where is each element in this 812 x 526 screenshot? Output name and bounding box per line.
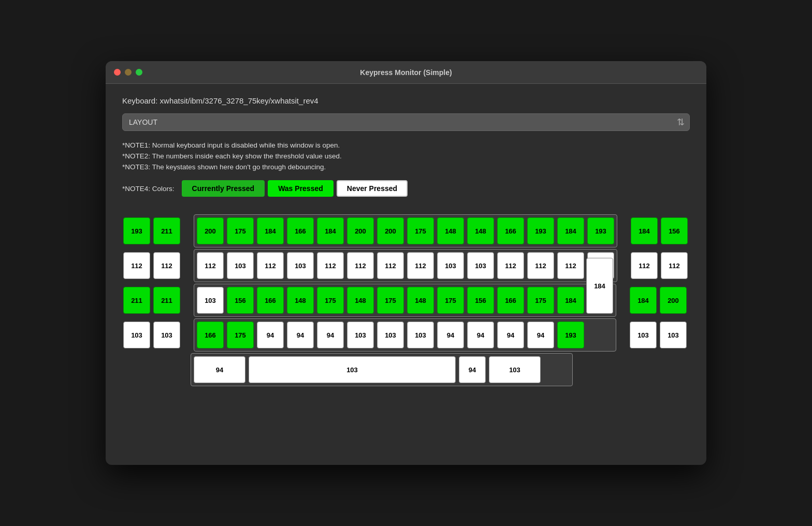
key-148-r3b: 148 [347, 287, 374, 314]
key-200-r3-right: 200 [660, 287, 687, 314]
key-166-r1: 166 [287, 217, 314, 244]
note4-label: *NOTE4: Colors: [122, 185, 175, 193]
key-103-r4a: 103 [123, 322, 150, 348]
key-112-r2h: 112 [407, 252, 434, 279]
key-211-r3b: 211 [153, 287, 180, 314]
key-175-r3b: 175 [377, 287, 404, 314]
app-window: Keypress Monitor (Simple) Keyboard: xwha… [106, 61, 706, 465]
key-193-r4: 193 [557, 322, 584, 348]
traffic-lights [114, 69, 142, 76]
key-103-r4-right-b: 103 [660, 322, 687, 348]
key-103-space-right: 103 [489, 356, 541, 383]
key-175-r4: 175 [227, 322, 254, 348]
key-166-r3: 166 [257, 287, 284, 314]
key-175-r3a: 175 [317, 287, 344, 314]
key-112-r2g: 112 [377, 252, 404, 279]
key-94-r4f: 94 [497, 322, 524, 348]
key-175-r3c2: 175 [527, 287, 554, 314]
keyboard-label: Keyboard: xwhatsit/ibm/3276_3278_75key/x… [122, 96, 690, 105]
key-103-spacebar: 103 [249, 356, 456, 383]
key-94-r4c: 94 [317, 322, 344, 348]
key-103-r2b: 103 [287, 252, 314, 279]
key-103-r4c: 103 [347, 322, 374, 348]
key-184-r1a: 184 [257, 217, 284, 244]
key-112-r2c: 112 [197, 252, 224, 279]
key-112-r2b: 112 [153, 252, 180, 279]
note2: *NOTE2: The numbers inside each key show… [122, 152, 690, 160]
key-156-r1-right: 156 [661, 217, 688, 244]
key-103-r3: 103 [197, 287, 224, 314]
key-103-r4d: 103 [377, 322, 404, 348]
key-166-r1b: 166 [497, 217, 524, 244]
key-112-r2i: 112 [497, 252, 524, 279]
key-112-r2-right-a: 112 [631, 252, 658, 279]
key-103-r2a: 103 [227, 252, 254, 279]
key-200-r1: 200 [197, 217, 224, 244]
key-166-r4: 166 [197, 322, 224, 348]
minimize-button[interactable] [125, 69, 132, 76]
key-184-r1b: 184 [317, 217, 344, 244]
key-112-r2e: 112 [317, 252, 344, 279]
maximize-button[interactable] [136, 69, 142, 76]
key-112-r2-right-b: 112 [661, 252, 688, 279]
key-94-r4e: 94 [467, 322, 494, 348]
key-103-r2c: 103 [437, 252, 464, 279]
content-area: Keyboard: xwhatsit/ibm/3276_3278_75key/x… [106, 84, 706, 465]
key-211-r3a: 211 [123, 287, 150, 314]
key-148-r3: 148 [287, 287, 314, 314]
key-200-r1c: 200 [377, 217, 404, 244]
key-94-r4g: 94 [527, 322, 554, 348]
key-184-r3-right: 184 [630, 287, 657, 314]
key-148-r1a: 148 [437, 217, 464, 244]
notes-section: *NOTE1: Normal keyboard input is disable… [122, 141, 690, 171]
key-103-r4b: 103 [153, 322, 180, 348]
key-148-r1b: 148 [467, 217, 494, 244]
layout-select[interactable]: LAYOUT [122, 113, 690, 131]
key-156-r3: 156 [227, 287, 254, 314]
key-112-r2k: 112 [557, 252, 584, 279]
key-112-r2a: 112 [123, 252, 150, 279]
key-193-r1: 193 [123, 217, 150, 244]
key-112-r2f: 112 [347, 252, 374, 279]
never-pressed-badge: Never Pressed [337, 180, 408, 197]
key-211-r1: 211 [153, 217, 180, 244]
key-184-tall: 184 [586, 258, 613, 314]
key-175-r3c: 175 [437, 287, 464, 314]
currently-pressed-badge: Currently Pressed [182, 180, 265, 197]
was-pressed-badge: Was Pressed [268, 180, 334, 197]
key-175-r1b: 175 [407, 217, 434, 244]
key-103-r2d: 103 [467, 252, 494, 279]
key-103-r4e: 103 [407, 322, 434, 348]
key-184-r1c: 184 [557, 217, 584, 244]
key-184-r1-right: 184 [631, 217, 658, 244]
note3: *NOTE3: The keystates shown here don't g… [122, 163, 690, 171]
key-200-r1b: 200 [347, 217, 374, 244]
key-94-space1: 94 [194, 356, 245, 383]
layout-select-wrapper: LAYOUT ⇅ [122, 113, 690, 131]
colors-row: *NOTE4: Colors: Currently Pressed Was Pr… [122, 180, 690, 197]
key-112-r2d: 112 [257, 252, 284, 279]
window-title: Keypress Monitor (Simple) [360, 68, 452, 77]
title-bar: Keypress Monitor (Simple) [106, 61, 706, 84]
key-193-r1b: 193 [527, 217, 554, 244]
key-112-r2j: 112 [527, 252, 554, 279]
note1: *NOTE1: Normal keyboard input is disable… [122, 141, 690, 149]
key-148-r3c: 148 [407, 287, 434, 314]
key-156-r3b: 156 [467, 287, 494, 314]
key-166-r3b: 166 [497, 287, 524, 314]
key-94-r4a: 94 [257, 322, 284, 348]
key-103-r4-right-a: 103 [630, 322, 657, 348]
key-175-r1: 175 [227, 217, 254, 244]
close-button[interactable] [114, 69, 121, 76]
key-94-r4b: 94 [287, 322, 314, 348]
key-193-r1c: 193 [587, 217, 614, 244]
keyboard-layout: 193 211 200 175 184 166 184 200 200 175 [122, 209, 690, 391]
key-94-space2: 94 [459, 356, 486, 383]
key-94-r4d: 94 [437, 322, 464, 348]
key-184-r3: 184 [557, 287, 584, 314]
